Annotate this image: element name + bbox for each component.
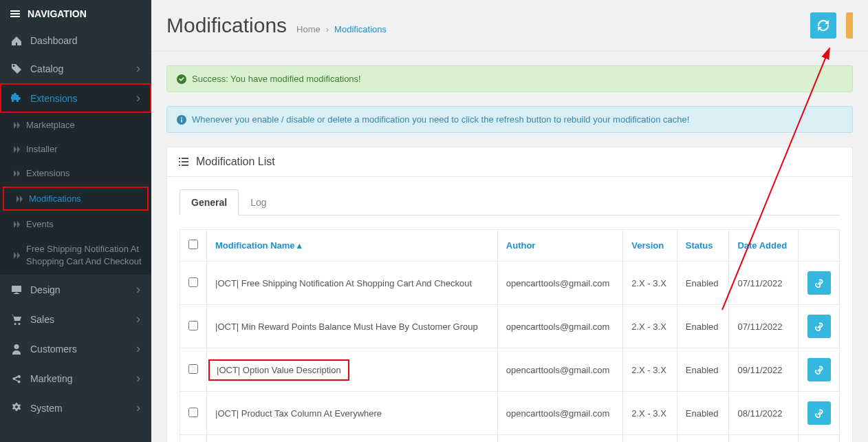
sidebar-item-label: Sales	[30, 314, 54, 325]
col-author[interactable]: Author	[497, 230, 622, 262]
nav-header-label: NAVIGATION	[28, 0, 87, 28]
sidebar-subitem-label: Modifications	[29, 193, 81, 204]
sidebar-subitem-extensions-sub[interactable]: Extensions	[0, 161, 151, 185]
nav-header: NAVIGATION	[0, 0, 151, 28]
sidebar-subitem-modifications[interactable]: Modifications	[3, 187, 149, 211]
tab-bar: General Log	[180, 189, 840, 215]
sidebar-subitem-free-ship[interactable]: Free Shipping Notification At Shopping C…	[0, 236, 151, 275]
sidebar-subitem-installer[interactable]: Installer	[0, 137, 151, 161]
sidebar-item-label: System	[30, 403, 63, 414]
col-name[interactable]: Modification Name ▴	[207, 230, 498, 262]
cell-author: opencarttools@gmail.com	[497, 348, 622, 392]
breadcrumb-sep: ›	[326, 24, 329, 34]
panel-header: Modification List	[167, 147, 852, 177]
modification-panel: Modification List General Log Modificati…	[166, 147, 853, 442]
cell-status: Enabled	[677, 435, 729, 443]
sidebar-subitem-label: Installer	[26, 144, 58, 154]
info-circle-icon	[177, 115, 186, 125]
clear-button-partial[interactable]	[846, 12, 853, 39]
sidebar-subitem-label: Extensions	[26, 168, 70, 178]
sidebar-item-design[interactable]: Design›	[0, 275, 151, 304]
col-date[interactable]: Date Added	[729, 230, 799, 262]
sidebar-item-dashboard[interactable]: Dashboard	[0, 28, 151, 54]
table-row: |OCT| Option Value Descriptionopencartto…	[180, 348, 840, 392]
sidebar-subitem-events[interactable]: Events	[0, 212, 151, 236]
alert-info-text: Whenever you enable / disable or delete …	[192, 114, 689, 125]
link-button[interactable]	[807, 315, 831, 338]
cell-name: |OCT| Option Value Description	[207, 348, 498, 392]
tab-general[interactable]: General	[180, 189, 239, 215]
sidebar-item-customers[interactable]: Customers›	[0, 334, 151, 364]
link-button[interactable]	[807, 401, 831, 425]
chevron-right-icon: ›	[136, 341, 140, 356]
select-all-checkbox[interactable]	[188, 240, 198, 249]
sidebar-item-marketing[interactable]: Marketing›	[0, 364, 151, 393]
cell-version: 2.X - 3.X	[623, 435, 677, 443]
link-button[interactable]	[807, 271, 831, 295]
page-title: Modifications	[166, 14, 287, 37]
sidebar-subitem-label: Events	[26, 219, 54, 229]
chevron-right-icon: ›	[136, 282, 140, 297]
sidebar-item-label: Customers	[30, 344, 77, 355]
page-header: Modifications Home › Modifications	[151, 0, 868, 52]
sidebar-item-sales[interactable]: Sales›	[0, 304, 151, 334]
gear-icon	[11, 403, 22, 414]
puzzle-icon	[11, 93, 22, 104]
row-checkbox[interactable]	[188, 408, 198, 417]
chevron-right-icon: ›	[136, 61, 140, 76]
breadcrumb-current[interactable]: Modifications	[334, 24, 387, 34]
breadcrumb: Home › Modifications	[296, 24, 387, 34]
chevron-right-icon: ›	[136, 91, 140, 105]
cell-date: 07/11/2022	[729, 262, 799, 305]
sidebar-item-label: Dashboard	[30, 35, 78, 46]
row-checkbox[interactable]	[188, 277, 198, 287]
cell-name: |OCT| Product Tax Column At Everywhere	[207, 392, 498, 435]
link-button[interactable]	[807, 358, 831, 381]
sidebar-item-catalog[interactable]: Catalog›	[0, 54, 151, 83]
cell-version: 2.X - 3.X	[623, 348, 677, 392]
mod-name-highlighted: |OCT| Option Value Description	[208, 359, 349, 381]
sidebar-item-system[interactable]: System›	[0, 393, 151, 423]
cell-date: 08/11/2022	[729, 392, 799, 435]
double-chevron-icon	[14, 221, 21, 228]
col-action	[799, 230, 840, 262]
sidebar-item-extensions[interactable]: Extensions›	[0, 83, 151, 113]
cell-status: Enabled	[677, 305, 729, 348]
refresh-button[interactable]	[810, 12, 836, 39]
sidebar-subitem-marketplace[interactable]: Marketplace	[0, 113, 151, 137]
sidebar-item-label: Design	[30, 284, 61, 295]
cell-name: |OCT| Free Shipping Notification At Shop…	[207, 262, 498, 305]
panel-title: Modification List	[196, 156, 275, 168]
cell-author: opencarttools@gmail.com	[497, 392, 622, 435]
cell-status: Enabled	[677, 348, 729, 392]
table-row: |OCT| Free Shipping Notification At Shop…	[180, 262, 840, 305]
dashboard-icon	[11, 35, 22, 46]
link-icon	[814, 408, 824, 418]
chevron-right-icon: ›	[136, 312, 140, 326]
tab-log[interactable]: Log	[239, 189, 278, 215]
double-chevron-icon	[14, 146, 21, 153]
cell-name: |OCT| Min Reward Points Balance Must Hav…	[207, 305, 498, 348]
breadcrumb-home[interactable]: Home	[296, 24, 321, 34]
double-chevron-icon	[14, 170, 21, 177]
cell-status: Enabled	[677, 392, 729, 435]
table-row: |OCT| Product Tax Column At Everywhereop…	[180, 392, 840, 435]
link-icon	[814, 278, 824, 288]
row-checkbox[interactable]	[188, 364, 198, 374]
cell-author: opencarttools@gmail.com	[497, 262, 622, 305]
table-row: |OCT| Min Reward Points Balance Must Hav…	[180, 305, 840, 348]
hamburger-icon	[10, 8, 21, 19]
col-status[interactable]: Status	[677, 230, 729, 262]
sidebar-item-label: Marketing	[30, 373, 72, 384]
cell-version: 2.X - 3.X	[623, 305, 677, 348]
cell-version: 2.X - 3.X	[623, 392, 677, 435]
cell-date: 07/11/2022	[729, 435, 799, 443]
chevron-right-icon: ›	[136, 401, 140, 415]
cell-author: opencarttools@gmail.com	[497, 305, 622, 348]
list-icon	[178, 156, 189, 167]
alert-success-text: Success: You have modified modifications…	[192, 74, 361, 84]
col-version[interactable]: Version	[623, 230, 677, 262]
row-checkbox[interactable]	[188, 321, 198, 330]
sidebar-item-label: Catalog	[30, 63, 63, 74]
cell-status: Enabled	[677, 262, 729, 305]
